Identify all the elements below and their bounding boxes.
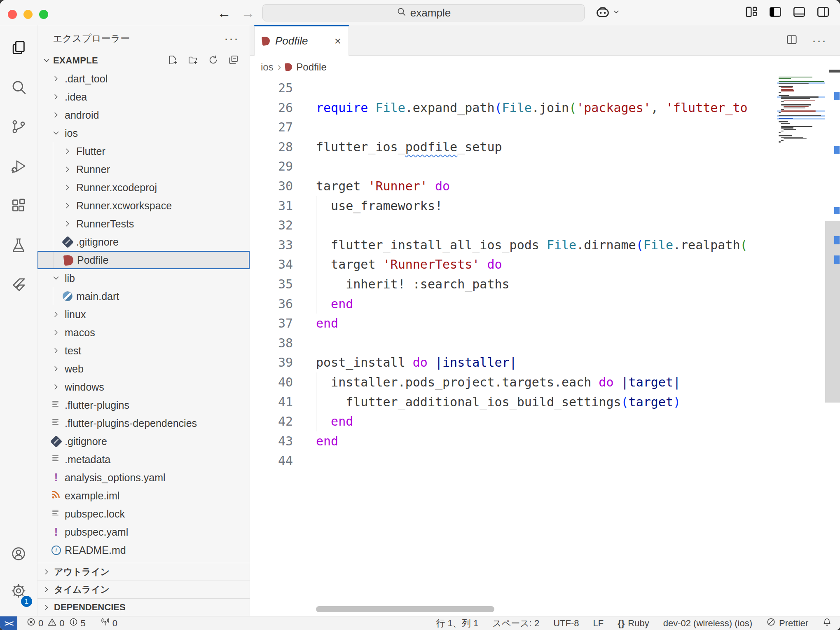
tree-item-runner[interactable]: Runner: [37, 160, 250, 178]
line-number: 35: [250, 274, 293, 294]
tree-item-macos[interactable]: macos: [37, 323, 250, 342]
tree-item-android[interactable]: android: [37, 106, 250, 124]
tree-item-pubspec-lock[interactable]: pubspec.lock: [37, 505, 250, 523]
indent-guide: [316, 215, 316, 235]
code-line: 40 installer.pods_project.targets.each d…: [250, 372, 777, 392]
run-debug-activity-button[interactable]: [0, 147, 37, 187]
copilot-menu[interactable]: [596, 5, 620, 21]
tree-item-pubspec-yaml[interactable]: !pubspec.yaml: [37, 523, 250, 541]
line-number: 26: [250, 98, 293, 118]
new-file-button[interactable]: [167, 54, 178, 67]
settings-gear-button[interactable]: 1: [0, 573, 37, 610]
tree-item-test[interactable]: test: [37, 342, 250, 360]
close-tab-button[interactable]: ×: [335, 35, 341, 48]
tree-item-linux[interactable]: linux: [37, 305, 250, 323]
search-activity-button[interactable]: [0, 68, 37, 108]
explorer-section-header[interactable]: EXAMPLE: [37, 52, 250, 70]
tree-item-label: web: [65, 363, 84, 375]
status-item--2[interactable]: スペース: 2: [492, 617, 539, 630]
source-control-activity-button[interactable]: [0, 108, 37, 147]
editor-more-actions-button[interactable]: ···: [812, 33, 827, 47]
tree-item--idea[interactable]: .idea: [37, 88, 250, 106]
tree-item--flutter-plugins-dependencies[interactable]: .flutter-plugins-dependencies: [37, 414, 250, 432]
line-number: 37: [250, 314, 293, 333]
tree-item-runnertests[interactable]: RunnerTests: [37, 215, 250, 233]
code-line: 34 target 'RunnerTests' do: [250, 255, 777, 274]
vertical-scrollbar-thumb[interactable]: [825, 221, 840, 403]
tree-item-main-dart[interactable]: main.dart: [37, 287, 250, 305]
account-button[interactable]: [0, 536, 37, 573]
tab-podfile[interactable]: Podfile ×: [254, 25, 349, 56]
status-item-lf[interactable]: LF: [593, 618, 604, 629]
minimap[interactable]: [777, 76, 825, 616]
files-activity-button[interactable]: [0, 28, 37, 68]
new-folder-button[interactable]: [187, 54, 199, 67]
code-line: 31 use_frameworks!: [250, 196, 777, 216]
status-item-ruby[interactable]: {}Ruby: [618, 618, 649, 629]
testing-activity-button[interactable]: [0, 226, 37, 266]
section-label: タイムライン: [54, 583, 110, 596]
vertical-scrollbar[interactable]: [825, 78, 840, 616]
toggle-secondary-sidebar-button[interactable]: [816, 5, 830, 21]
tree-item-label: macos: [65, 327, 95, 339]
status-item-label: LF: [593, 618, 604, 629]
tree-item--metadata[interactable]: .metadata: [37, 450, 250, 468]
command-center-search[interactable]: example: [262, 4, 585, 21]
status-item-bell[interactable]: [822, 617, 832, 629]
line-number: 40: [250, 372, 293, 392]
toggle-panel-button[interactable]: [792, 5, 806, 21]
sidebar-section-アウトライン[interactable]: アウトライン: [37, 563, 250, 581]
extensions-activity-button[interactable]: [0, 187, 37, 226]
warn-icon: !: [50, 471, 62, 484]
problems-warnings[interactable]: 0: [47, 617, 64, 629]
tree-item-flutter[interactable]: Flutter: [37, 142, 250, 160]
sidebar-section-タイムライン[interactable]: タイムライン: [37, 581, 250, 598]
status-item-dev-02-wireless-ios-[interactable]: dev-02 (wireless) (ios): [663, 618, 752, 629]
tree-item--gitignore[interactable]: .gitignore: [37, 432, 250, 450]
status-item-utf-8[interactable]: UTF-8: [553, 618, 579, 629]
close-window-button[interactable]: [8, 10, 17, 19]
indent-guide: [54, 252, 54, 268]
code-editor[interactable]: 2526require File.expand_path(File.join('…: [250, 78, 777, 616]
toggle-primary-sidebar-button[interactable]: [768, 5, 782, 21]
line-number: 31: [250, 196, 293, 216]
refresh-explorer-button[interactable]: [208, 54, 219, 67]
maximize-window-button[interactable]: [39, 10, 48, 19]
sidebar-more-actions-button[interactable]: ···: [224, 31, 239, 45]
minimize-window-button[interactable]: [23, 10, 33, 19]
tree-item-label: RunnerTests: [76, 218, 134, 230]
chevron-right-icon: [50, 364, 62, 373]
tree-item-ios[interactable]: ios: [37, 124, 250, 142]
chevron-right-icon: [61, 183, 74, 192]
tree-item-readme-md[interactable]: iREADME.md: [37, 541, 250, 559]
split-editor-button[interactable]: [786, 33, 798, 47]
tree-item-runner-xcworkspace[interactable]: Runner.xcworkspace: [37, 197, 250, 215]
tree-item-podfile[interactable]: Podfile: [37, 251, 250, 269]
horizontal-scrollbar-thumb[interactable]: [316, 606, 494, 612]
remote-indicator[interactable]: ><: [0, 616, 17, 630]
status-item-prettier[interactable]: Prettier: [766, 617, 808, 629]
line-number: 30: [250, 176, 293, 196]
breadcrumb-file[interactable]: Podfile: [296, 61, 326, 73]
tree-item--flutter-plugins[interactable]: .flutter-plugins: [37, 396, 250, 414]
problems-infos[interactable]: 5: [69, 617, 86, 629]
navigate-back-button[interactable]: ←: [217, 5, 231, 21]
tree-item-runner-xcodeproj[interactable]: Runner.xcodeproj: [37, 178, 250, 197]
problems-errors[interactable]: 0: [26, 617, 43, 629]
tree-item-label: .flutter-plugins: [65, 399, 129, 411]
forwarded-ports[interactable]: 0: [101, 617, 117, 629]
tree-item-lib[interactable]: lib: [37, 269, 250, 287]
customize-layout-button[interactable]: [744, 5, 758, 21]
tree-item-web[interactable]: web: [37, 360, 250, 378]
sidebar-section-dependencies[interactable]: DEPENDENCIES: [37, 598, 250, 616]
tree-item-example-iml[interactable]: example.iml: [37, 487, 250, 505]
navigate-forward-button[interactable]: →: [241, 5, 255, 21]
collapse-folders-button[interactable]: [228, 54, 239, 67]
flutter-activity-button[interactable]: [0, 266, 37, 305]
status-item--1-1[interactable]: 行 1、列 1: [436, 617, 478, 630]
tree-item-analysis-options-yaml[interactable]: !analysis_options.yaml: [37, 468, 250, 487]
tree-item--dart-tool[interactable]: .dart_tool: [37, 70, 250, 88]
tree-item--gitignore[interactable]: .gitignore: [37, 233, 250, 251]
tree-item-windows[interactable]: windows: [37, 378, 250, 396]
breadcrumb-folder[interactable]: ios: [261, 61, 274, 73]
